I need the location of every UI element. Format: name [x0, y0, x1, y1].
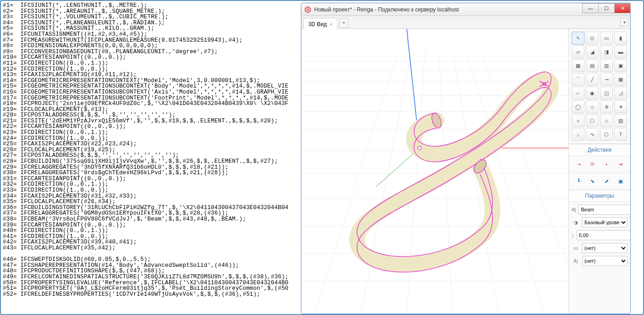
minimize-button[interactable]: — [582, 3, 599, 13]
tab-3d-view[interactable]: 3D Вид × [303, 18, 338, 29]
param-offset-input[interactable] [577, 230, 631, 240]
style1-icon: ▭ [572, 244, 580, 252]
cursor-icon[interactable]: ↖ [572, 32, 584, 44]
close-button[interactable]: ✕ [614, 3, 631, 13]
globe-icon[interactable]: ◎ [586, 32, 599, 44]
cube-icon[interactable]: ▭ [600, 32, 613, 44]
ring-icon[interactable]: ◯ [572, 100, 584, 113]
point-icon[interactable]: ⬊ [587, 176, 598, 187]
grip-icon[interactable]: ▣ [615, 176, 626, 187]
tab-close-icon[interactable]: × [329, 22, 332, 27]
window-controls: — ☐ ✕ [582, 3, 630, 16]
tool-palette: ↖◎▭▮▱◢◨▬▦▤▥▣⌒╱⊸▦⌐◉◫◿◯☼✲✦⟡⬠⌂▨⟂∿⬡T [569, 29, 630, 144]
wall-icon[interactable]: ▬ [614, 45, 627, 58]
param-offset-row: ↕ мм [572, 230, 628, 240]
tab-menu-button[interactable]: ▾ [620, 18, 628, 26]
polyline-icon[interactable]: ⬈ [601, 176, 612, 187]
param-level-row: ◑ Базовый урове [572, 217, 628, 227]
handle-icon[interactable]: ⊸ [600, 73, 613, 86]
viewport-canvas [301, 29, 568, 313]
tag-icon[interactable]: ⌂ [600, 114, 613, 127]
svg-line-14 [361, 52, 411, 313]
actions-panel-title: Действия [569, 144, 630, 156]
app-icon [304, 6, 311, 13]
ramp-icon[interactable]: ◿ [614, 87, 627, 99]
params-panel: A¦ ◑ Базовый урове ↕ мм ▭ ( [569, 202, 630, 269]
snap-icon[interactable]: ┗ [573, 176, 584, 187]
hex-icon[interactable]: ⬡ [600, 128, 613, 141]
plate-icon[interactable]: ◫ [600, 87, 613, 99]
dim-icon[interactable]: ⟡ [572, 114, 584, 127]
beam-solid [357, 72, 551, 272]
text-field-icon: A¦ [572, 205, 576, 214]
grid-icon[interactable]: ▦ [614, 73, 627, 86]
level-icon: ◑ [572, 218, 580, 227]
stair-icon[interactable]: ⌐ [572, 87, 584, 99]
hatch-icon[interactable]: ▨ [614, 114, 627, 127]
maximize-button[interactable]: ☐ [598, 3, 615, 13]
actions-row-2: ┗⬊⬈▣ [569, 173, 630, 190]
viewport-3d[interactable] [301, 29, 568, 314]
move-icon[interactable]: ⇢ [573, 159, 584, 170]
mirror-icon[interactable]: ⇥ [615, 159, 626, 170]
poly-icon[interactable]: ⬠ [586, 114, 599, 127]
ifc-code-pane: #1= IFCSIUNIT(*,.LENGTHUNIT.,$,.METRE.);… [3, 3, 299, 314]
offset-icon: ↕ [572, 231, 574, 239]
arch-icon[interactable]: ⌒ [572, 73, 584, 86]
param-style2-select[interactable]: (нет) [582, 256, 628, 266]
bulb-icon[interactable]: ☼ [586, 100, 599, 113]
param-name-row: A¦ [572, 204, 628, 215]
chevron-down-icon: ▾ [623, 20, 626, 25]
rotate-icon[interactable]: ⟳ [587, 159, 598, 170]
wedge-icon[interactable]: ◢ [586, 45, 599, 58]
origin-grip [418, 146, 421, 150]
stack-icon[interactable]: ▦ [572, 59, 584, 72]
param-level-select[interactable]: Базовый урове [582, 217, 628, 227]
renga-window: Новый проект* - Renga - Подключено к сер… [301, 3, 631, 314]
box-icon[interactable]: ▣ [614, 59, 627, 72]
tab-add-button[interactable]: + [339, 18, 349, 28]
brick-icon[interactable]: ▤ [586, 59, 599, 72]
param-style1-select[interactable]: (нет) [582, 243, 628, 253]
plus-icon: + [342, 20, 345, 26]
column-icon[interactable]: ▮ [614, 32, 627, 44]
titlebar: Новый проект* - Renga - Подключено к сер… [301, 3, 630, 16]
tab-bar: 3D Вид × + ▾ [301, 16, 630, 29]
delete-icon[interactable]: • [601, 159, 612, 170]
svg-line-13 [315, 52, 398, 313]
client-area: ↖◎▭▮▱◢◨▬▦▤▥▣⌒╱⊸▦⌐◉◫◿◯☼✲✦⟡⬠⌂▨⟂∿⬡T Действи… [301, 29, 630, 314]
eraser-icon[interactable]: ◨ [600, 45, 613, 58]
side-panels: ↖◎▭▮▱◢◨▬▦▤▥▣⌒╱⊸▦⌐◉◫◿◯☼✲✦⟡⬠⌂▨⟂∿⬡T Действи… [568, 29, 630, 314]
params-panel-title: Параметры [569, 190, 630, 202]
text-icon[interactable]: T [614, 128, 627, 141]
curve-icon[interactable]: ∿ [586, 128, 599, 141]
param-name-input[interactable] [579, 204, 630, 215]
ruler-icon[interactable]: ⟂ [572, 128, 584, 141]
lamp-icon[interactable]: ◉ [586, 87, 599, 99]
actions-row-1: ⇢⟳•⇥ [569, 156, 630, 173]
slab-icon[interactable]: ▱ [572, 45, 584, 58]
style2-icon: A¦ [572, 257, 580, 265]
tab-label: 3D Вид [308, 21, 327, 28]
gear-icon[interactable]: ✲ [600, 100, 613, 113]
window-title: Новый проект* - Renga - Подключено к сер… [314, 6, 582, 13]
param-style1-row: ▭ (нет) [572, 243, 628, 253]
misc-icon[interactable]: ✦ [614, 100, 627, 113]
param-style2-row: A¦ (нет) [572, 256, 628, 266]
line-icon[interactable]: ╱ [586, 73, 599, 86]
panel-icon[interactable]: ▥ [600, 59, 613, 72]
